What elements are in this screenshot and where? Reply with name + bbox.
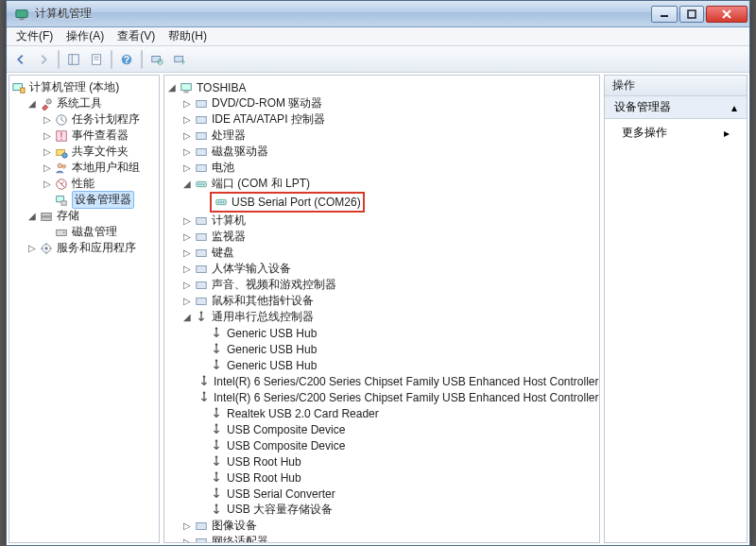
collapse-arrow-icon[interactable]: ▴ xyxy=(731,101,737,114)
expand-icon[interactable]: ▷ xyxy=(26,243,38,254)
usb-item-8[interactable]: USB Root Hub xyxy=(197,453,597,469)
svg-point-23 xyxy=(62,152,67,157)
expand-icon[interactable]: ▷ xyxy=(42,162,53,174)
usb-item-1[interactable]: Generic USB Hub xyxy=(197,341,597,357)
svg-rect-31 xyxy=(42,216,52,220)
usb-item-10[interactable]: USB Serial Converter xyxy=(197,486,597,502)
expand-icon[interactable]: ▷ xyxy=(181,146,193,158)
show-tree-button[interactable] xyxy=(63,49,84,70)
cat-ports[interactable]: ◢端口 (COM 和 LPT) xyxy=(181,176,597,192)
center-pane[interactable]: ◢TOSHIBA ▷DVD/CD-ROM 驱动器▷IDE ATA/ATAPI 控… xyxy=(163,75,600,543)
cat-network[interactable]: ▷网络适配器 xyxy=(181,534,597,543)
tree-label: 服务和应用程序 xyxy=(57,240,136,256)
tree-label: 存储 xyxy=(57,208,79,224)
usb-item-5[interactable]: Realtek USB 2.0 Card Reader xyxy=(197,405,597,421)
nav-forward-button[interactable] xyxy=(33,49,54,70)
expand-icon[interactable]: ▷ xyxy=(181,520,193,532)
cat-computer[interactable]: ▷计算机 xyxy=(181,213,597,229)
expand-icon[interactable]: ▷ xyxy=(181,247,193,259)
minimize-button[interactable] xyxy=(651,6,678,23)
tree-device-manager[interactable]: 设备管理器 xyxy=(42,192,157,208)
expand-icon[interactable]: ▷ xyxy=(181,264,193,275)
titlebar[interactable]: 计算机管理 xyxy=(7,1,749,27)
update-driver-button[interactable] xyxy=(169,49,190,70)
menu-file[interactable]: 文件(F) xyxy=(10,26,59,46)
tree-task-scheduler[interactable]: ▷任务计划程序 xyxy=(42,111,157,128)
menu-help[interactable]: 帮助(H) xyxy=(163,26,213,46)
collapse-icon[interactable]: ◢ xyxy=(166,82,178,94)
expand-icon[interactable]: ▷ xyxy=(42,130,53,142)
cat-dvd[interactable]: ▷DVD/CD-ROM 驱动器 xyxy=(181,95,597,111)
cat-usb-controllers[interactable]: ◢通用串行总线控制器 xyxy=(181,309,597,325)
menu-view[interactable]: 查看(V) xyxy=(112,26,161,46)
svg-rect-51 xyxy=(197,217,207,224)
tree-storage[interactable]: ◢存储 xyxy=(26,208,157,224)
actions-section[interactable]: 设备管理器 ▴ xyxy=(605,96,747,119)
cat-hid[interactable]: ▷人体学输入设备 xyxy=(181,261,597,277)
expand-icon[interactable]: ▷ xyxy=(181,162,193,174)
cat-ide[interactable]: ▷IDE ATA/ATAPI 控制器 xyxy=(181,111,597,128)
svg-point-18 xyxy=(46,98,51,103)
help-button[interactable]: ? xyxy=(116,49,137,70)
tree-root[interactable]: 计算机管理 (本地) xyxy=(11,79,157,95)
app-icon xyxy=(14,7,29,22)
device-label: 人体学输入设备 xyxy=(212,261,291,277)
close-button[interactable] xyxy=(706,6,747,23)
expand-icon[interactable]: ▷ xyxy=(42,146,53,158)
properties-button[interactable] xyxy=(86,49,107,70)
usb-item-3[interactable]: Intel(R) 6 Series/C200 Series Chipset Fa… xyxy=(197,373,597,389)
tree-system-tools[interactable]: ◢ 系统工具 xyxy=(26,95,157,111)
device-label: 端口 (COM 和 LPT) xyxy=(212,176,310,192)
actions-more[interactable]: 更多操作 ▸ xyxy=(605,119,747,146)
tree-local-users[interactable]: ▷本地用户和组 xyxy=(42,160,157,176)
tree-event-viewer[interactable]: ▷!事件查看器 xyxy=(42,128,157,144)
expand-icon[interactable]: ▷ xyxy=(181,537,193,544)
cat-battery[interactable]: ▷电池 xyxy=(181,160,597,176)
expand-icon[interactable]: ▷ xyxy=(181,215,193,227)
menu-action[interactable]: 操作(A) xyxy=(60,26,110,46)
device-category-icon xyxy=(194,145,209,160)
tree-shared-folders[interactable]: ▷共享文件夹 xyxy=(42,144,157,160)
usb-item-7[interactable]: USB Composite Device xyxy=(197,437,597,453)
svg-point-44 xyxy=(198,183,200,185)
expand-icon[interactable]: ▷ xyxy=(42,114,53,126)
usb-item-0[interactable]: Generic USB Hub xyxy=(197,325,597,341)
cat-keyboard[interactable]: ▷键盘 xyxy=(181,245,597,261)
expand-icon[interactable]: ▷ xyxy=(181,98,193,110)
expand-icon[interactable]: ▷ xyxy=(42,179,53,190)
usb-item-11[interactable]: USB 大容量存储设备 xyxy=(197,502,597,518)
device-root[interactable]: ◢TOSHIBA xyxy=(166,79,597,95)
collapse-icon[interactable]: ◢ xyxy=(181,179,193,190)
expand-icon[interactable]: ▷ xyxy=(181,296,193,307)
nav-back-button[interactable] xyxy=(10,49,31,70)
device-label: 处理器 xyxy=(212,128,246,144)
collapse-icon[interactable]: ◢ xyxy=(26,98,38,110)
tree-performance[interactable]: ▷性能 xyxy=(42,176,157,192)
collapse-icon[interactable]: ◢ xyxy=(181,312,193,323)
svg-text:?: ? xyxy=(124,53,129,64)
expand-icon[interactable]: ▷ xyxy=(181,130,193,142)
collapse-icon[interactable]: ◢ xyxy=(26,211,38,222)
tree-services[interactable]: ▷服务和应用程序 xyxy=(26,240,157,256)
expand-icon[interactable]: ▷ xyxy=(181,114,193,126)
maximize-button[interactable] xyxy=(679,6,704,23)
expand-icon[interactable]: ▷ xyxy=(181,280,193,291)
scan-button[interactable] xyxy=(146,49,167,70)
cat-mouse[interactable]: ▷鼠标和其他指针设备 xyxy=(181,293,597,309)
usb-item-6[interactable]: USB Composite Device xyxy=(197,421,597,437)
usb-item-2[interactable]: Generic USB Hub xyxy=(197,357,597,373)
cat-monitor[interactable]: ▷监视器 xyxy=(181,229,597,245)
usb-item-4[interactable]: Intel(R) 6 Series/C200 Series Chipset Fa… xyxy=(197,389,597,405)
svg-point-65 xyxy=(215,439,218,442)
cat-cpu[interactable]: ▷处理器 xyxy=(181,128,597,144)
cat-imaging[interactable]: ▷图像设备 xyxy=(181,518,597,534)
device-label[interactable]: USB Serial Port (COM26) xyxy=(232,196,361,209)
cat-diskdrv[interactable]: ▷磁盘驱动器 xyxy=(181,144,597,160)
svg-point-61 xyxy=(203,375,206,378)
cat-sound[interactable]: ▷声音、视频和游戏控制器 xyxy=(181,277,597,293)
usb-item-9[interactable]: USB Root Hub xyxy=(197,469,597,486)
tree-disk-mgmt[interactable]: 磁盘管理 xyxy=(42,224,157,240)
submenu-arrow-icon: ▸ xyxy=(724,127,730,140)
left-pane[interactable]: 计算机管理 (本地) ◢ 系统工具 ▷任务计划程序 ▷!事件查看器 xyxy=(9,75,160,543)
expand-icon[interactable]: ▷ xyxy=(181,231,193,243)
